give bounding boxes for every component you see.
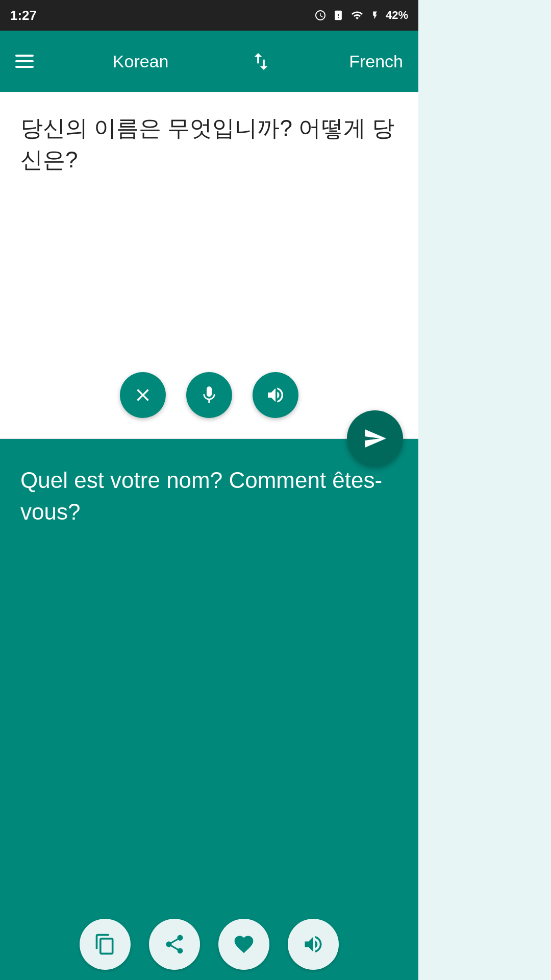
panels-wrapper: 당신의 이름은 무엇입니까? 어떻게 당신은? Quel est votre n… xyxy=(0,92,418,980)
copy-button[interactable] xyxy=(80,919,131,970)
status-bar: 1:27 42% xyxy=(0,0,418,31)
signal-icon xyxy=(350,9,364,21)
heart-icon xyxy=(233,933,255,955)
translation-panel: Quel est votre nom? Comment êtes-vous? xyxy=(0,439,418,980)
clear-button[interactable] xyxy=(120,372,166,418)
swap-languages-button[interactable] xyxy=(245,50,272,72)
source-actions xyxy=(20,357,398,428)
source-panel: 당신의 이름은 무엇입니까? 어떻게 당신은? xyxy=(0,92,418,439)
clear-icon xyxy=(133,385,153,405)
translation-speaker-button[interactable] xyxy=(288,919,339,970)
time: 1:27 xyxy=(10,8,37,23)
status-icons: 42% xyxy=(314,9,408,22)
toolbar: Korean French xyxy=(0,31,418,92)
source-language[interactable]: Korean xyxy=(113,52,169,71)
share-icon xyxy=(163,933,186,955)
microphone-button[interactable] xyxy=(186,372,232,418)
speaker-icon xyxy=(265,385,286,405)
translation-actions xyxy=(20,903,398,980)
microphone-icon xyxy=(199,385,219,405)
battery-level: 42% xyxy=(386,9,408,22)
send-button[interactable] xyxy=(347,410,403,467)
translation-text: Quel est votre nom? Comment êtes-vous? xyxy=(20,464,398,903)
translation-speaker-icon xyxy=(302,933,324,955)
source-text[interactable]: 당신의 이름은 무엇입니까? 어떻게 당신은? xyxy=(20,112,398,357)
send-icon xyxy=(363,426,387,451)
sim-icon xyxy=(333,10,344,21)
favorite-button[interactable] xyxy=(218,919,269,970)
share-button[interactable] xyxy=(149,919,200,970)
source-speaker-button[interactable] xyxy=(253,372,298,418)
menu-button[interactable] xyxy=(15,55,34,68)
target-language[interactable]: French xyxy=(349,52,403,71)
charging-icon xyxy=(370,9,380,21)
copy-icon xyxy=(94,933,116,955)
alarm-icon xyxy=(314,9,327,21)
